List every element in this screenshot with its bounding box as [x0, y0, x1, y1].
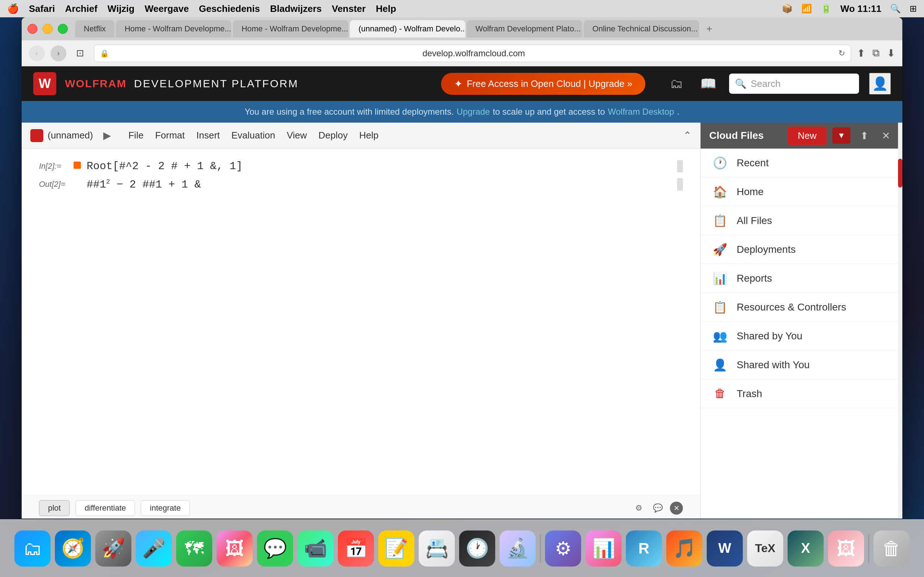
- deploy-menu[interactable]: Deploy: [318, 130, 347, 141]
- new-file-dropdown-btn[interactable]: ▼: [832, 127, 850, 144]
- collapse-btn[interactable]: ⌃: [683, 129, 691, 141]
- dock-clock[interactable]: 🕐: [459, 530, 495, 567]
- cloud-nav-deployments[interactable]: 🚀 Deployments: [701, 235, 902, 264]
- format-menu[interactable]: Format: [155, 130, 185, 141]
- download-btn[interactable]: ⬇: [887, 47, 895, 59]
- cloud-nav-recent[interactable]: 🕐 Recent: [701, 148, 902, 177]
- dock-trash[interactable]: 🗑: [874, 530, 909, 567]
- dock-contacts[interactable]: 📇: [419, 530, 455, 567]
- apple-menu[interactable]: 🍎: [7, 3, 19, 15]
- wolfram-desktop-link[interactable]: Wolfram Desktop: [608, 107, 674, 117]
- share-btn[interactable]: ⬆: [857, 47, 865, 59]
- dock-launchpad[interactable]: 🚀: [95, 530, 131, 567]
- view-menu[interactable]: View: [287, 130, 307, 141]
- cell-out-label: Out[2]=: [39, 178, 68, 189]
- dock: 🗂 🧭 🚀 🎤 🗺 🖼 💬 📹 📅 📝 📇 🕐 🔬 ⚙ 📊 R 🎵 W TeX …: [0, 519, 924, 577]
- cloud-nav-trash[interactable]: 🗑 Trash: [701, 379, 902, 408]
- archief-menu[interactable]: Archief: [65, 3, 97, 15]
- back-btn[interactable]: ‹: [29, 45, 45, 61]
- dock-maps[interactable]: 🗺: [176, 530, 212, 567]
- tab-online-tech[interactable]: Online Technical Discussion...: [584, 20, 699, 37]
- safari-menu[interactable]: Safari: [29, 3, 55, 15]
- search-bar[interactable]: 🔍 Search: [729, 74, 859, 94]
- dock-notes[interactable]: 📝: [378, 530, 414, 567]
- user-btn[interactable]: 👤: [869, 73, 891, 95]
- add-tab-btn[interactable]: +: [702, 22, 716, 36]
- geschiedenis-menu[interactable]: Geschiedenis: [199, 3, 260, 15]
- cell-input-content[interactable]: Root[#^2 - 2 # + 1 &, 1]: [74, 160, 669, 172]
- help-menu[interactable]: Help: [376, 3, 396, 15]
- dock-music[interactable]: 🎵: [666, 530, 703, 567]
- dock-finder[interactable]: 🗂: [15, 530, 50, 567]
- insert-menu[interactable]: Insert: [196, 130, 220, 141]
- dock-calendar[interactable]: 📅: [338, 530, 374, 567]
- dock-word[interactable]: W: [707, 530, 743, 567]
- minimize-window-btn[interactable]: [43, 24, 53, 34]
- home-label: Home: [737, 186, 764, 198]
- dock-excel[interactable]: X: [788, 530, 824, 567]
- tab-wolfram-platform[interactable]: Wolfram Development Plato...: [467, 20, 582, 37]
- help-notebook-menu[interactable]: Help: [359, 130, 378, 141]
- close-window-btn[interactable]: [27, 24, 37, 34]
- upgrade-btn[interactable]: ✦ Free Access in Open Cloud | Upgrade »: [441, 73, 645, 95]
- cell-output-content: ##12 − 2 ##1 + 1 &: [74, 178, 669, 191]
- upgrade-link[interactable]: Upgrade: [457, 107, 490, 117]
- differentiate-suggestion-btn[interactable]: differentiate: [76, 500, 135, 516]
- venster-menu[interactable]: Venster: [332, 3, 366, 15]
- dock-messages[interactable]: 💬: [257, 530, 293, 567]
- dock-siri[interactable]: 🎤: [136, 530, 172, 567]
- scrollbar[interactable]: [898, 122, 902, 519]
- chat-icon[interactable]: 💬: [651, 501, 664, 515]
- cloud-nav-reports[interactable]: 📊 Reports: [701, 264, 902, 293]
- cloud-nav-home[interactable]: 🏠 Home: [701, 177, 902, 206]
- weergave-menu[interactable]: Weergave: [145, 3, 189, 15]
- forward-btn[interactable]: ›: [50, 45, 66, 61]
- dock-system-prefs[interactable]: ⚙: [545, 530, 581, 567]
- tabs-overview-btn[interactable]: ⧉: [872, 47, 880, 59]
- bladwijzers-menu[interactable]: Bladwijzers: [270, 3, 321, 15]
- dock-r[interactable]: R: [626, 530, 662, 567]
- plot-suggestion-btn[interactable]: plot: [39, 500, 69, 516]
- url-text: develop.wolframcloud.com: [113, 48, 834, 58]
- cloud-nav-shared-by-you[interactable]: 👥 Shared by You: [701, 322, 902, 351]
- close-cell-btn[interactable]: ✕: [670, 501, 683, 515]
- documentation-btn[interactable]: 📖: [697, 73, 719, 95]
- tab-netflix[interactable]: Netflix: [75, 20, 115, 37]
- cloud-nav-resources[interactable]: 📋 Resources & Controllers: [701, 293, 902, 322]
- notebook-title: (unnamed): [48, 130, 93, 141]
- sidebar-toggle-btn[interactable]: ⊡: [72, 45, 88, 61]
- folder-btn[interactable]: 🗂: [666, 73, 687, 95]
- wijzig-menu[interactable]: Wijzig: [108, 3, 135, 15]
- tab-home1[interactable]: Home - Wolfram Developme...: [116, 20, 231, 37]
- dock-slideshow[interactable]: 🖼: [828, 530, 864, 567]
- dock-safari[interactable]: 🧭: [55, 530, 91, 567]
- cell-input-inner: Root[#^2 - 2 # + 1 &, 1]: [74, 160, 669, 172]
- control-center-icon[interactable]: ⊞: [909, 3, 917, 14]
- wifi-icon: 📶: [801, 3, 812, 14]
- evaluation-menu[interactable]: Evaluation: [231, 130, 275, 141]
- panel-close-btn[interactable]: ✕: [878, 128, 894, 143]
- file-menu[interactable]: File: [129, 130, 144, 141]
- upload-btn[interactable]: ⬆: [856, 128, 872, 143]
- recent-label: Recent: [737, 157, 769, 169]
- dock-maps2[interactable]: 🔬: [499, 530, 536, 567]
- cloud-nav-all-files[interactable]: 📋 All Files: [701, 206, 902, 235]
- dock-tex[interactable]: TeX: [747, 530, 783, 567]
- dock-activity-monitor[interactable]: 📊: [585, 530, 622, 567]
- tab-unnamed[interactable]: (unnamed) - Wolfram Develo...: [350, 20, 465, 37]
- dock-facetime[interactable]: 📹: [297, 530, 333, 567]
- scrollbar-thumb[interactable]: [898, 159, 902, 187]
- cloud-nav-shared-with-you[interactable]: 👤 Shared with You: [701, 351, 902, 379]
- dropbox-icon[interactable]: 📦: [782, 3, 793, 14]
- address-bar[interactable]: 🔒 develop.wolframcloud.com ↻: [94, 45, 851, 62]
- run-btn[interactable]: ▶: [103, 129, 111, 141]
- fullscreen-window-btn[interactable]: [58, 24, 68, 34]
- spotlight-icon[interactable]: 🔍: [890, 3, 901, 14]
- integrate-suggestion-btn[interactable]: integrate: [141, 500, 190, 516]
- notebook-type-icon: [30, 129, 43, 142]
- tab-home2[interactable]: Home - Wolfram Developme...: [233, 20, 348, 37]
- new-file-btn[interactable]: New: [788, 127, 827, 145]
- reload-btn[interactable]: ↻: [838, 49, 845, 58]
- dock-photos[interactable]: 🖼: [216, 530, 253, 567]
- settings-icon[interactable]: ⚙: [632, 501, 645, 515]
